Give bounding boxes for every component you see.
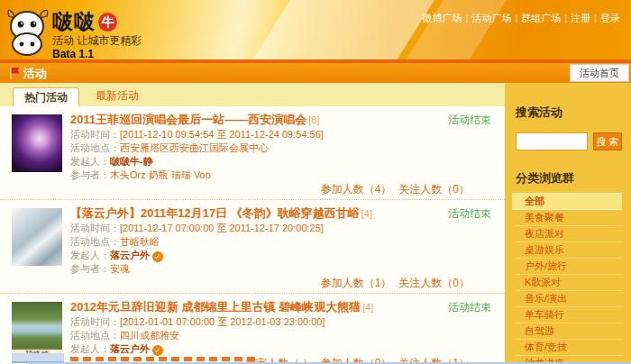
thumbnail-image — [12, 114, 62, 172]
activity-thumbnail[interactable] — [12, 114, 62, 172]
activity-participants: 参与者：安魂 — [70, 262, 491, 276]
activity-home-button[interactable]: 活动首页 — [570, 64, 629, 82]
activity-place: 活动地点：西安雁塔区西安曲江国际会展中心 — [70, 141, 491, 155]
nav-link-2[interactable]: 群组广场 — [521, 13, 561, 23]
activity-time: 活动时间：[2011-12-10 09:54:54 至 2011-12-24 0… — [70, 128, 491, 141]
activity-stats: 参加人数（1）关注人数（0） — [70, 276, 491, 290]
participants-links[interactable]: 木头Orz 奶瓶 瑞瑞 Voo — [110, 169, 211, 180]
nav-separator: | — [466, 13, 469, 23]
activity-organizer: 发起人：落云户外✓ — [70, 249, 491, 262]
organizer-link[interactable]: 啵啵牛-静 — [110, 156, 153, 167]
search-activity-input[interactable] — [516, 132, 588, 150]
activity-status-badge: 活动结束 — [448, 113, 491, 128]
activity-title-row: 2011王菲巡回演唱会最后一站——西安演唱会[8]活动结束 — [70, 112, 491, 128]
category-item-2[interactable]: 夜店派对 — [516, 226, 622, 242]
meta-label: 活动地点： — [70, 330, 120, 341]
nav-link-1[interactable]: 活动广场 — [471, 13, 511, 23]
activity-status-badge: 活动结束 — [448, 300, 491, 315]
thumbnail-image: 碧峰峡 — [12, 302, 62, 359]
nav-link-4[interactable]: 登录 — [600, 13, 620, 23]
activity-title-link[interactable]: 2012年元旦辞旧迎新 成都锦里上里古镇 碧峰峡观大熊猫 — [70, 299, 361, 314]
meta-label: 活动时间： — [70, 223, 120, 233]
activity-organizer: 发起人：落云户外✓ — [70, 342, 491, 356]
tab-strip: 热门活动最新活动 — [0, 83, 505, 106]
activity-place: 活动地点：四川成都雅安 — [70, 329, 491, 342]
activity-thumbnail[interactable]: 碧峰峡 — [12, 302, 62, 359]
activity-participants: 参与者：木头Orz 奶瓶 瑞瑞 Voo — [70, 168, 491, 182]
category-item-3[interactable]: 桌游娱乐 — [516, 242, 622, 259]
activity-stats: 参加人数（4）关注人数（0） — [70, 182, 491, 196]
activity-place: 活动地点：甘峪耿峪 — [70, 235, 491, 249]
meta-label: 发起人： — [70, 343, 110, 354]
sidebar: 搜索活动 搜 索 分类浏览群 全部美食聚餐夜店派对桌游娱乐户外/旅行K歌派对音乐… — [505, 83, 631, 364]
section-title: 活动 — [23, 66, 47, 82]
logo-text: 啵啵 — [52, 10, 96, 33]
category-section-title: 分类浏览群 — [516, 170, 622, 187]
meta-value: [2012-01-01 07:00:00 至 2012-01-03 23:00:… — [120, 316, 325, 327]
activity-title-link[interactable]: 2011王菲巡回演唱会最后一站——西安演唱会 — [70, 112, 306, 127]
category-item-4[interactable]: 户外/旅行 — [516, 259, 622, 275]
activity-item-0: 2011王菲巡回演唱会最后一站——西安演唱会[8]活动结束活动时间：[2011-… — [0, 106, 505, 200]
main-column: 热门活动最新活动 2011王菲巡回演唱会最后一站——西安演唱会[8]活动结束活动… — [0, 83, 505, 364]
meta-label: 发起人： — [70, 156, 110, 167]
organizer-wrap: 落云户外✓ — [110, 250, 163, 260]
participants-links[interactable]: 安魂 — [110, 263, 130, 274]
logo-tagline: 活动 让城市更精彩 — [52, 35, 142, 48]
search-button[interactable]: 搜 索 — [593, 132, 622, 150]
activity-time: 活动时间：[2011-12-17 07:00:00 至 2011-12-17 2… — [70, 222, 491, 235]
meta-value: 西安雁塔区西安曲江国际会展中心 — [120, 142, 269, 153]
top-nav: 微博广场|活动广场|群组广场|注册|登录 — [419, 12, 624, 25]
site-header: 啵啵 牛 活动 让城市更精彩 Bata 1.1 微博广场|活动广场|群组广场|注… — [0, 0, 631, 59]
activity-item-2: 碧峰峡2012年元旦辞旧迎新 成都锦里上里古镇 碧峰峡观大熊猫[4]活动结束活动… — [0, 294, 505, 364]
meta-value: [2011-12-10 09:54:54 至 2011-12-24 09:54:… — [120, 129, 324, 140]
tab-1[interactable]: 最新活动 — [85, 85, 150, 106]
category-item-8[interactable]: 自驾游 — [516, 323, 622, 340]
organizer-wrap: 落云户外✓ — [110, 343, 163, 354]
flag-icon — [8, 67, 21, 83]
category-item-9[interactable]: 体育/竞技 — [516, 340, 622, 356]
nav-separator: | — [515, 13, 517, 23]
nav-link-3[interactable]: 注册 — [571, 13, 590, 23]
activity-organizer: 发起人：啵啵牛-静 — [70, 155, 491, 168]
category-item-0[interactable]: 全部 — [512, 193, 622, 210]
activity-title-link[interactable]: 【落云户外】2011年12月17日 《冬韵》耿峪穿越西甘峪 — [70, 205, 360, 221]
activity-count: [4] — [362, 300, 373, 315]
search-section-title: 搜索活动 — [516, 105, 622, 121]
meta-value: 四川成都雅安 — [120, 330, 179, 341]
activity-thumbnail[interactable] — [12, 208, 62, 266]
verified-icon: ✓ — [152, 345, 163, 356]
organizer-link[interactable]: 落云户外 — [110, 250, 150, 260]
stat-link-0[interactable]: 参加人数（4） — [321, 183, 392, 196]
meta-label: 参与者： — [70, 263, 110, 274]
tab-0[interactable]: 热门活动 — [13, 87, 79, 106]
meta-value: 甘峪耿峪 — [120, 236, 160, 247]
section-banner: 活动 活动首页 — [0, 63, 631, 83]
meta-label: 参与者： — [70, 169, 110, 180]
cow-logo-icon — [5, 5, 50, 59]
activity-count: [8] — [308, 113, 319, 128]
category-item-7[interactable]: 单车骑行 — [516, 307, 622, 323]
category-item-5[interactable]: K歌派对 — [516, 275, 622, 291]
stat-link-0[interactable]: 参加人数（1） — [321, 277, 392, 289]
stat-link-1[interactable]: 关注人数（0） — [398, 183, 470, 196]
organizer-wrap: 啵啵牛-静 — [110, 156, 153, 167]
partial-item-title — [70, 357, 258, 361]
thumbnail-image — [12, 208, 62, 266]
meta-label: 活动时间： — [70, 316, 120, 327]
meta-label: 发起人： — [70, 250, 110, 260]
version-label: Bata 1.1 — [52, 49, 142, 59]
activity-status-badge: 活动结束 — [448, 206, 491, 222]
nav-link-0[interactable]: 微博广场 — [423, 13, 462, 23]
activity-list: 2011王菲巡回演唱会最后一站——西安演唱会[8]活动结束活动时间：[2011-… — [0, 106, 505, 364]
meta-value: [2011-12-17 07:00:00 至 2011-12-17 20:00:… — [120, 223, 324, 233]
logo-badge: 牛 — [98, 13, 117, 32]
stat-link-1[interactable]: 关注人数（0） — [398, 277, 470, 289]
meta-label: 活动时间： — [70, 129, 120, 140]
logo-block: 啵啵 牛 活动 让城市更精彩 Bata 1.1 — [52, 10, 142, 59]
category-list: 全部美食聚餐夜店派对桌游娱乐户外/旅行K歌派对音乐/演出单车骑行自驾游体育/竞技… — [516, 193, 622, 364]
category-item-1[interactable]: 美食聚餐 — [516, 210, 622, 226]
activity-item-1: 【落云户外】2011年12月17日 《冬韵》耿峪穿越西甘峪[4]活动结束活动时间… — [0, 200, 505, 294]
activity-title-row: 【落云户外】2011年12月17日 《冬韵》耿峪穿越西甘峪[4]活动结束 — [70, 205, 491, 222]
organizer-link[interactable]: 落云户外 — [110, 343, 150, 354]
category-item-6[interactable]: 音乐/演出 — [516, 291, 622, 307]
